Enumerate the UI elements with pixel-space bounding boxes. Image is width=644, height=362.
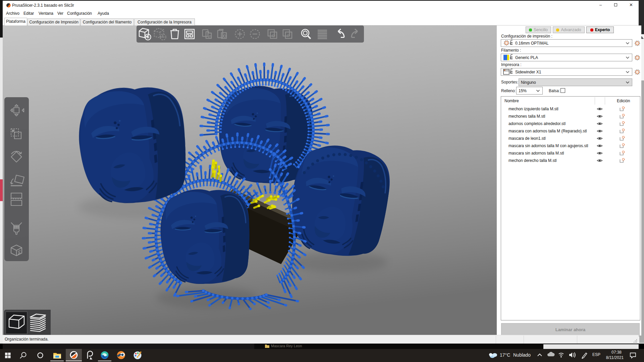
svg-text:O: O: [272, 33, 275, 38]
svg-text:P: P: [287, 33, 290, 38]
